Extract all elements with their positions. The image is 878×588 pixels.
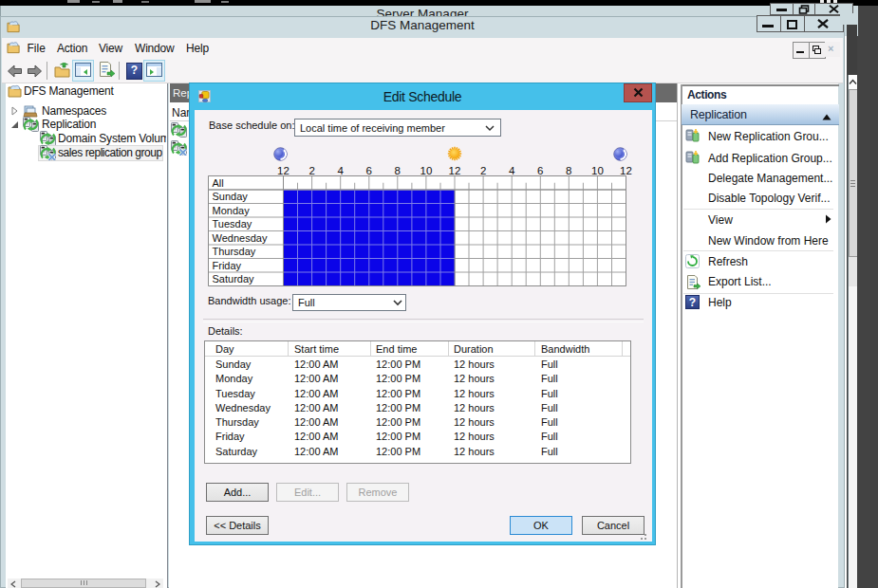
svg-text:Thursday: Thursday	[213, 246, 256, 257]
svg-text:Saturday: Saturday	[213, 273, 255, 285]
svg-text:Tuesday: Tuesday	[213, 218, 252, 230]
svg-text:10: 10	[420, 165, 433, 176]
svg-text:Sunday: Sunday	[213, 191, 249, 202]
svg-text:All: All	[213, 177, 224, 189]
svg-text:Friday: Friday	[213, 260, 242, 271]
svg-text:6: 6	[537, 165, 543, 176]
svg-text:Wednesday: Wednesday	[213, 232, 268, 244]
svg-text:8: 8	[395, 165, 401, 176]
svg-text:Monday: Monday	[213, 205, 251, 216]
svg-text:12: 12	[620, 165, 632, 176]
svg-text:12: 12	[449, 165, 461, 176]
svg-text:12: 12	[277, 165, 290, 176]
svg-text:2: 2	[480, 165, 486, 176]
svg-text:2: 2	[308, 165, 314, 176]
svg-text:6: 6	[365, 165, 371, 176]
svg-text:8: 8	[566, 165, 571, 176]
svg-text:4: 4	[509, 165, 515, 176]
svg-text:4: 4	[337, 165, 344, 176]
svg-text:10: 10	[591, 165, 604, 176]
